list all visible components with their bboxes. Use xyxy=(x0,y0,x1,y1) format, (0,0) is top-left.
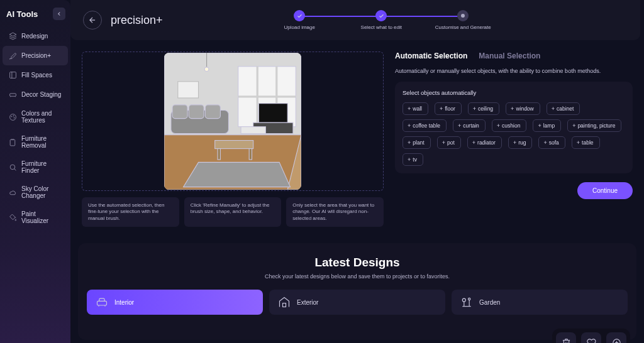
palette-icon xyxy=(9,113,17,121)
chip-label: painting, picture xyxy=(577,122,615,129)
plus-icon: + xyxy=(408,122,411,129)
svg-rect-25 xyxy=(205,105,220,119)
sidebar-item-label: Fill Spaces xyxy=(21,72,52,79)
plus-icon: + xyxy=(543,139,547,146)
garden-icon xyxy=(460,296,473,308)
sidebar-item-colors-and-textures[interactable]: Colors and Textures xyxy=(3,104,68,129)
plus-icon: + xyxy=(552,106,555,112)
sidebar-item-label: Furniture Finder xyxy=(21,160,62,174)
sidebar-item-precision-[interactable]: Precision+ xyxy=(3,46,68,65)
interior-icon xyxy=(96,296,108,308)
back-button[interactable] xyxy=(83,11,102,30)
tab-manual-selection[interactable]: Manual Selection xyxy=(479,52,540,60)
svg-rect-23 xyxy=(172,105,187,119)
category-interior[interactable]: Interior xyxy=(87,290,263,315)
object-chip-floor[interactable]: +floor xyxy=(435,102,462,115)
chip-label: curtain xyxy=(463,122,479,129)
step-label: Customise and Generate xyxy=(435,24,491,30)
eraser-icon xyxy=(9,138,17,146)
chip-label: window xyxy=(516,106,533,112)
svg-rect-32 xyxy=(241,127,265,134)
plus-icon: + xyxy=(513,139,516,146)
chip-label: coffee table xyxy=(413,122,440,129)
svg-point-4 xyxy=(11,116,12,116)
tip-card-2: Click 'Refine Manually' to adjust the br… xyxy=(184,197,282,227)
svg-rect-30 xyxy=(218,149,220,160)
svg-rect-1 xyxy=(10,72,16,79)
object-chip-cabinet[interactable]: +cabinet xyxy=(547,102,580,115)
plus-icon: + xyxy=(577,139,580,146)
sidebar-item-label: Precision+ xyxy=(21,52,51,59)
continue-button[interactable]: Continue xyxy=(577,182,633,199)
plus-icon: + xyxy=(408,106,411,112)
svg-rect-35 xyxy=(97,302,107,306)
step-dot-3 xyxy=(457,10,469,21)
plus-icon: + xyxy=(440,106,443,112)
exterior-icon xyxy=(278,296,291,308)
bucket-icon xyxy=(9,214,17,222)
svg-point-34 xyxy=(204,67,209,72)
selection-subhead: Automatically or manually select objects… xyxy=(395,68,633,74)
sidebar-item-redesign[interactable]: Redesign xyxy=(3,26,68,46)
sidebar-collapse-button[interactable] xyxy=(53,8,65,20)
object-chip-pot[interactable]: +pot xyxy=(437,136,461,149)
svg-rect-36 xyxy=(283,303,286,307)
object-chip-rug[interactable]: +rug xyxy=(508,136,533,149)
chip-label: lamp xyxy=(543,122,555,129)
object-chip-lamp[interactable]: +lamp xyxy=(533,119,561,132)
favorite-button[interactable] xyxy=(581,332,601,343)
cloud-icon xyxy=(9,188,17,197)
chip-label: pot xyxy=(447,139,455,146)
object-chip-coffee-table[interactable]: +coffee table xyxy=(402,119,447,132)
svg-point-38 xyxy=(469,298,470,300)
sidebar-item-sky-color-changer[interactable]: Sky Color Changer xyxy=(3,180,68,205)
object-chip-tv[interactable]: +tv xyxy=(402,153,423,166)
add-button[interactable] xyxy=(606,332,626,343)
chip-label: plant xyxy=(413,139,424,146)
svg-point-10 xyxy=(10,165,15,170)
tab-automatic-selection[interactable]: Automatic Selection xyxy=(395,52,467,60)
object-chip-painting-picture[interactable]: +painting, picture xyxy=(567,119,621,132)
chip-label: rug xyxy=(518,139,526,146)
plus-icon: + xyxy=(472,139,475,146)
svg-rect-26 xyxy=(258,104,287,123)
delete-button[interactable] xyxy=(556,332,576,343)
object-chip-wall[interactable]: +wall xyxy=(402,102,428,115)
plus-icon: + xyxy=(458,122,461,129)
room-preview-image xyxy=(164,53,301,190)
sidebar-item-label: Redesign xyxy=(21,33,48,40)
sidebar-item-fill-spaces[interactable]: Fill Spaces xyxy=(3,65,68,85)
svg-rect-7 xyxy=(10,139,15,146)
topbar: precision+ Upload imageSelect what to ed… xyxy=(70,0,640,40)
sidebar-item-label: Decor Staging xyxy=(21,91,61,98)
step-label: Select what to edit xyxy=(361,24,402,30)
object-chip-curtain[interactable]: +curtain xyxy=(453,119,486,132)
sidebar-item-furniture-finder[interactable]: Furniture Finder xyxy=(3,155,68,180)
object-chip-window[interactable]: +window xyxy=(506,102,540,115)
auto-select-title: Select objects automatically xyxy=(402,89,625,96)
category-label: Interior xyxy=(114,299,134,306)
sidebar-item-decor-staging[interactable]: Decor Staging xyxy=(3,85,68,104)
chip-label: wall xyxy=(413,106,422,112)
category-exterior[interactable]: Exterior xyxy=(269,290,445,315)
object-chip-sofa[interactable]: +sofa xyxy=(538,136,565,149)
object-chip-cushion[interactable]: +cushion xyxy=(492,119,527,132)
category-garden[interactable]: Garden xyxy=(452,290,628,315)
object-chip-plant[interactable]: +plant xyxy=(402,136,431,149)
object-chip-radiator[interactable]: +radiator xyxy=(467,136,502,149)
tip-card-3: Only select the area that you want to ch… xyxy=(286,197,384,227)
chip-label: table xyxy=(582,139,593,146)
chip-label: floor xyxy=(445,106,455,112)
svg-rect-21 xyxy=(178,82,199,98)
progress-stepper: Upload imageSelect what to editCustomise… xyxy=(258,10,504,30)
chip-label: radiator xyxy=(477,139,496,146)
sidebar-item-furniture-removal[interactable]: Furniture Removal xyxy=(3,129,68,155)
tip-card-1: Use the automated selection, then fine-t… xyxy=(82,197,179,227)
object-chip-table[interactable]: +table xyxy=(572,136,600,149)
svg-rect-2 xyxy=(10,94,16,96)
sidebar-item-paint-visualizer[interactable]: Paint Visualizer xyxy=(3,205,68,230)
object-chip-ceiling[interactable]: +ceiling xyxy=(468,102,499,115)
expand-icon xyxy=(9,71,17,79)
svg-rect-29 xyxy=(215,141,253,149)
search-icon xyxy=(9,163,17,172)
